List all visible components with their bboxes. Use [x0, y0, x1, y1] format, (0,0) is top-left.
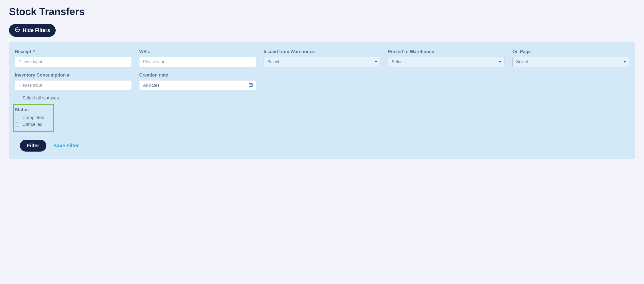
status-highlight-box: Status Completed Cancelled [13, 104, 54, 132]
on-page-select[interactable]: Select... [512, 57, 629, 67]
select-all-statuses-row: Select all statuses [15, 95, 629, 101]
posted-to-select[interactable]: Select... [388, 57, 505, 67]
filter-receipt: Receipt # [15, 49, 132, 67]
creation-date-input[interactable]: All dates [139, 80, 256, 90]
inventory-consumption-label: Inventory Consumption # [15, 73, 132, 78]
circle-minus-icon [15, 27, 20, 34]
status-option-completed-row: Completed [15, 115, 51, 120]
filter-posted-to: Posted to Warehouse Select... [388, 49, 505, 67]
filter-on-page: On Page Select... [512, 49, 629, 67]
issued-from-select[interactable]: Select... [264, 57, 380, 67]
receipt-input[interactable] [15, 57, 132, 67]
status-section: Select all statuses Status Completed Can… [15, 95, 629, 132]
filter-issued-from: Issued from Warehouse Select... [264, 49, 380, 67]
status-completed-checkbox[interactable] [15, 116, 19, 120]
select-all-statuses-label[interactable]: Select all statuses [22, 95, 59, 101]
status-option-cancelled-row: Cancelled [15, 122, 51, 127]
filter-panel: Receipt # WR # Issued from Warehouse Sel… [9, 42, 635, 159]
status-cancelled-label[interactable]: Cancelled [22, 122, 43, 127]
hide-filters-label: Hide Filters [23, 27, 50, 33]
select-all-statuses-checkbox[interactable] [15, 96, 19, 100]
hide-filters-button[interactable]: Hide Filters [9, 24, 56, 37]
filter-inventory-consumption: Inventory Consumption # [15, 73, 132, 90]
save-filter-link[interactable]: Save Filter [53, 143, 79, 149]
action-row: Filter Save Filter [15, 140, 629, 152]
status-completed-label[interactable]: Completed [22, 115, 44, 120]
wr-label: WR # [139, 49, 256, 54]
on-page-label: On Page [512, 49, 629, 54]
status-heading: Status [15, 107, 51, 113]
issued-from-label: Issued from Warehouse [264, 49, 380, 54]
page-title: Stock Transfers [9, 6, 635, 17]
wr-input[interactable] [139, 57, 256, 67]
posted-to-label: Posted to Warehouse [388, 49, 505, 54]
inventory-consumption-input[interactable] [15, 80, 132, 90]
receipt-label: Receipt # [15, 49, 132, 54]
creation-date-label: Creation date [139, 73, 256, 78]
filter-creation-date: Creation date All dates [139, 73, 256, 90]
filter-wr: WR # [139, 49, 256, 67]
status-cancelled-checkbox[interactable] [15, 122, 19, 127]
filter-button[interactable]: Filter [20, 140, 46, 152]
